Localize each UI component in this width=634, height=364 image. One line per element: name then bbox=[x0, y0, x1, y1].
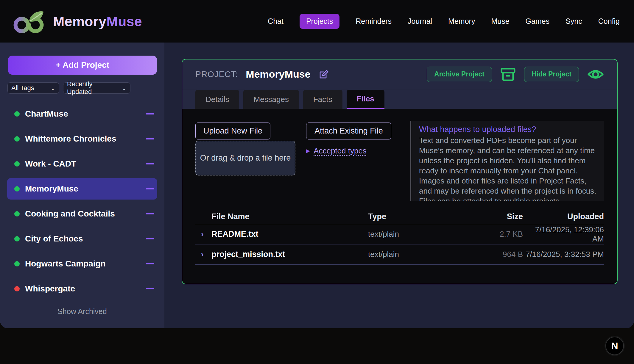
status-dot-icon bbox=[14, 211, 20, 216]
project-list-item-cooking-and-cocktails[interactable]: Cooking and Cocktails bbox=[7, 203, 157, 225]
project-title: MemoryMuse bbox=[246, 68, 310, 80]
nav-item-projects[interactable]: Projects bbox=[300, 14, 339, 29]
dropzone-label: Or drag & drop a file here bbox=[200, 153, 291, 163]
collapse-dash-icon[interactable] bbox=[146, 138, 154, 139]
project-list-item-hogwarts-campaign[interactable]: Hogwarts Campaign bbox=[7, 253, 157, 274]
expand-chevron-icon[interactable]: › bbox=[201, 250, 207, 259]
show-archived-link[interactable]: Show Archived bbox=[0, 307, 164, 316]
archive-project-button[interactable]: Archive Project bbox=[427, 67, 492, 82]
app-logo[interactable]: MemoryMuse bbox=[12, 8, 142, 35]
triangle-right-icon: ▶ bbox=[306, 148, 310, 154]
table-row-readme[interactable]: › README.txt text/plain 2.7 KB 7/16/2025… bbox=[195, 224, 604, 244]
project-name-label: City of Echoes bbox=[25, 234, 83, 244]
tab-details[interactable]: Details bbox=[195, 90, 239, 109]
table-row-project-mission[interactable]: › project_mission.txt text/plain 964 B 7… bbox=[195, 244, 604, 265]
upload-new-file-button[interactable]: Upload New File bbox=[195, 123, 270, 139]
app-shell: + Add Project All Tags ⌄ Recently Update… bbox=[0, 43, 634, 328]
tag-filter-value: All Tags bbox=[11, 84, 34, 92]
status-dot-icon bbox=[14, 111, 20, 117]
tab-facts[interactable]: Facts bbox=[303, 90, 342, 109]
status-dot-icon bbox=[14, 286, 20, 291]
column-header-file-name: File Name bbox=[195, 212, 368, 221]
project-name-label: Whittemore Chronicles bbox=[25, 134, 116, 144]
file-type: text/plain bbox=[368, 230, 469, 239]
app-title-muse: Muse bbox=[106, 14, 142, 29]
file-size: 2.7 KB bbox=[469, 230, 523, 239]
hide-project-button[interactable]: Hide Project bbox=[524, 67, 579, 82]
status-dot-icon bbox=[14, 186, 20, 192]
file-name[interactable]: project_mission.txt bbox=[211, 250, 285, 259]
project-panel-header: PROJECT: MemoryMuse Archive Project bbox=[182, 59, 617, 89]
files-table: File Name Type Size Uploaded › README.tx… bbox=[195, 209, 604, 265]
edit-project-name-icon[interactable] bbox=[318, 69, 329, 80]
file-dropzone[interactable]: Or drag & drop a file here bbox=[195, 141, 295, 175]
collapse-dash-icon[interactable] bbox=[146, 213, 154, 214]
collapse-dash-icon[interactable] bbox=[146, 113, 154, 114]
collapse-dash-icon[interactable] bbox=[146, 263, 154, 264]
project-name-label: Cooking and Cocktails bbox=[25, 209, 115, 219]
project-label: PROJECT: bbox=[195, 70, 238, 79]
tab-files[interactable]: Files bbox=[347, 90, 384, 109]
nav-item-chat[interactable]: Chat bbox=[268, 17, 283, 26]
nextjs-dev-badge[interactable]: N bbox=[605, 337, 624, 355]
nav-item-config[interactable]: Config bbox=[598, 17, 620, 26]
project-list-item-whispergate[interactable]: Whispergate bbox=[7, 278, 157, 299]
project-name-label: MemoryMuse bbox=[25, 184, 78, 194]
tag-filter-select[interactable]: All Tags ⌄ bbox=[7, 82, 59, 94]
attach-existing-file-button[interactable]: Attach Existing File bbox=[306, 123, 391, 139]
project-list-item-whittemore-chronicles[interactable]: Whittemore Chronicles bbox=[7, 128, 157, 150]
page: MemoryMuse Chat Projects Reminders Journ… bbox=[0, 0, 634, 364]
project-name-label: Whispergate bbox=[25, 284, 75, 294]
column-header-uploaded: Uploaded bbox=[523, 212, 604, 221]
project-list-item-city-of-echoes[interactable]: City of Echoes bbox=[7, 228, 157, 250]
files-tab-content: Upload New File Or drag & drop a file he… bbox=[182, 109, 617, 284]
status-dot-icon bbox=[14, 136, 20, 142]
app-title-memory: Memory bbox=[53, 14, 106, 29]
main-content: PROJECT: MemoryMuse Archive Project bbox=[164, 43, 634, 328]
project-list-item-chartmuse[interactable]: ChartMuse bbox=[7, 103, 157, 125]
status-dot-icon bbox=[14, 236, 20, 241]
app-title: MemoryMuse bbox=[53, 13, 142, 29]
file-type: text/plain bbox=[368, 250, 469, 259]
file-uploaded-date: 7/16/2025, 12:39:06 AM bbox=[523, 225, 604, 244]
nextjs-badge-label: N bbox=[611, 341, 618, 352]
collapse-dash-icon[interactable] bbox=[146, 238, 154, 239]
project-list-item-memorymuse[interactable]: MemoryMuse bbox=[7, 178, 157, 200]
add-project-button[interactable]: + Add Project bbox=[8, 56, 157, 75]
column-header-size: Size bbox=[469, 212, 523, 221]
sort-value: Recently Updated bbox=[67, 80, 119, 96]
nav-item-journal[interactable]: Journal bbox=[408, 17, 432, 26]
chevron-down-icon: ⌄ bbox=[119, 87, 127, 90]
infinity-leaf-logo-icon bbox=[12, 8, 45, 35]
nav-item-memory[interactable]: Memory bbox=[448, 17, 475, 26]
sidebar: + Add Project All Tags ⌄ Recently Update… bbox=[0, 43, 164, 328]
project-tabs: Details Messages Facts Files bbox=[182, 89, 617, 109]
nav-item-sync[interactable]: Sync bbox=[566, 17, 582, 26]
nav-item-games[interactable]: Games bbox=[526, 17, 550, 26]
collapse-dash-icon[interactable] bbox=[146, 288, 154, 289]
collapse-dash-icon[interactable] bbox=[146, 163, 154, 164]
accepted-types-link[interactable]: Accepted types bbox=[314, 146, 367, 156]
eye-visibility-icon[interactable] bbox=[587, 67, 604, 82]
project-name-label: Work - CADT bbox=[25, 159, 76, 169]
status-dot-icon bbox=[14, 261, 20, 266]
nav-item-muse[interactable]: Muse bbox=[491, 17, 509, 26]
nav-item-reminders[interactable]: Reminders bbox=[356, 17, 392, 26]
project-header-actions: Archive Project Hide Project bbox=[427, 67, 604, 82]
sidebar-filters: All Tags ⌄ Recently Updated ⌄ bbox=[0, 82, 164, 94]
upload-info-box: What happens to uploaded files? Text and… bbox=[410, 121, 604, 201]
tab-messages[interactable]: Messages bbox=[243, 90, 299, 109]
collapse-dash-icon[interactable] bbox=[146, 188, 154, 189]
files-table-header-row: File Name Type Size Uploaded bbox=[195, 209, 604, 224]
project-list-item-work-cadt[interactable]: Work - CADT bbox=[7, 153, 157, 175]
file-name[interactable]: README.txt bbox=[211, 230, 258, 239]
expand-chevron-icon[interactable]: › bbox=[201, 230, 207, 239]
project-panel: PROJECT: MemoryMuse Archive Project bbox=[182, 59, 618, 284]
archive-box-icon[interactable] bbox=[500, 67, 516, 82]
project-name-label: ChartMuse bbox=[25, 109, 68, 119]
accepted-types-toggle[interactable]: ▶ Accepted types bbox=[306, 146, 367, 156]
project-list: ChartMuse Whittemore Chronicles Work - C… bbox=[7, 103, 157, 303]
info-box-footnote: Files can be attached to multiple projec… bbox=[419, 196, 597, 201]
top-navigation-bar: MemoryMuse Chat Projects Reminders Journ… bbox=[0, 0, 634, 43]
sort-select[interactable]: Recently Updated ⌄ bbox=[63, 82, 130, 94]
